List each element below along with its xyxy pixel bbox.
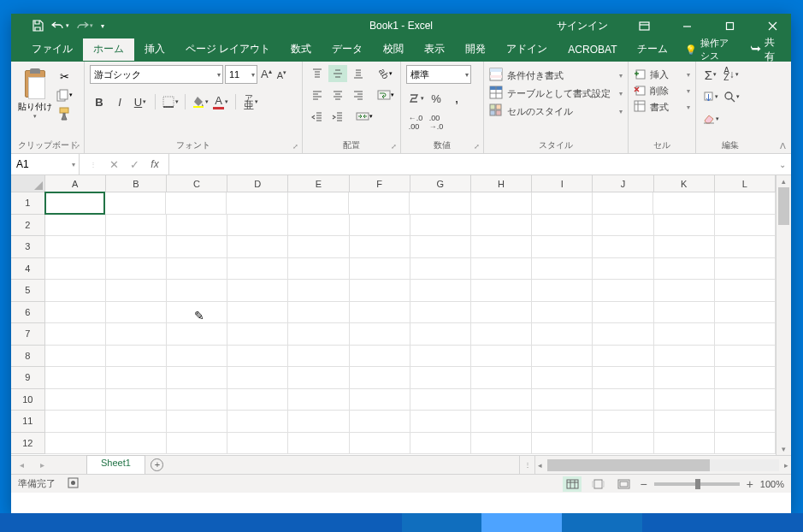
cell[interactable]: [349, 192, 410, 215]
col-header[interactable]: E: [288, 175, 349, 192]
zoom-level[interactable]: 100%: [760, 479, 784, 489]
format-painter-button[interactable]: [56, 106, 73, 121]
tab-data[interactable]: データ: [322, 38, 373, 61]
cell[interactable]: [654, 411, 715, 433]
cut-button[interactable]: ✂: [56, 68, 73, 84]
cell[interactable]: [288, 367, 349, 389]
row-header[interactable]: 9: [11, 367, 45, 389]
tab-review[interactable]: 校閲: [373, 38, 414, 61]
cell[interactable]: [167, 389, 227, 411]
tab-file[interactable]: ファイル: [21, 38, 83, 61]
cell[interactable]: [288, 433, 349, 455]
cell[interactable]: [288, 215, 349, 237]
phonetic-button[interactable]: ア亜▾: [241, 92, 260, 111]
cell[interactable]: [167, 433, 227, 455]
clipboard-launcher[interactable]: ⤢: [74, 143, 80, 151]
autosum-button[interactable]: Σ▾: [701, 65, 720, 84]
number-launcher[interactable]: ⤢: [474, 143, 480, 151]
cell[interactable]: [593, 367, 653, 389]
percent-button[interactable]: %: [427, 89, 446, 108]
cell[interactable]: [227, 323, 288, 346]
row-header[interactable]: 2: [11, 215, 45, 237]
font-size-combo[interactable]: 11▾: [225, 65, 257, 84]
tab-home[interactable]: ホーム: [83, 38, 134, 61]
tab-insert[interactable]: 挿入: [134, 38, 175, 61]
maximize-button[interactable]: [711, 14, 748, 38]
tab-formulas[interactable]: 数式: [280, 38, 322, 61]
close-button[interactable]: [753, 14, 791, 38]
cell[interactable]: [532, 192, 593, 215]
cell[interactable]: [288, 302, 349, 324]
conditional-formatting-button[interactable]: 条件付き書式▾: [489, 68, 623, 83]
zoom-out-button[interactable]: −: [640, 477, 647, 491]
cell[interactable]: [45, 367, 106, 389]
cell[interactable]: [715, 215, 776, 237]
tab-view[interactable]: 表示: [414, 38, 455, 61]
sheet-tab[interactable]: Sheet1: [86, 455, 145, 474]
cell[interactable]: [45, 280, 106, 302]
col-header[interactable]: J: [593, 175, 653, 192]
cell[interactable]: [471, 192, 532, 215]
cell[interactable]: [532, 215, 593, 237]
cell[interactable]: [654, 236, 715, 258]
cell[interactable]: [166, 192, 227, 215]
formula-input[interactable]: [169, 154, 774, 174]
cell[interactable]: [654, 323, 715, 346]
cell[interactable]: [106, 433, 167, 455]
decrease-indent-button[interactable]: [308, 108, 327, 125]
cell[interactable]: [471, 323, 532, 346]
cell[interactable]: [45, 411, 106, 433]
cell[interactable]: [350, 367, 410, 389]
cell[interactable]: [410, 323, 471, 346]
row-header[interactable]: 5: [11, 280, 45, 302]
cell[interactable]: [350, 323, 410, 346]
underline-button[interactable]: U▾: [131, 92, 150, 111]
delete-cells-button[interactable]: 削除▾: [634, 84, 690, 98]
cell[interactable]: [471, 215, 532, 237]
cell[interactable]: [410, 215, 471, 237]
signin-button[interactable]: サインイン: [545, 19, 620, 33]
cell[interactable]: [350, 258, 410, 281]
cell[interactable]: [227, 302, 288, 324]
cell[interactable]: [715, 192, 776, 215]
cell[interactable]: [410, 302, 471, 324]
cell[interactable]: [45, 433, 106, 455]
align-top-button[interactable]: [308, 65, 327, 82]
macro-record-icon[interactable]: [68, 477, 79, 490]
minimize-button[interactable]: [668, 14, 706, 38]
cell[interactable]: [106, 258, 167, 281]
cell[interactable]: [654, 280, 715, 302]
cell[interactable]: [471, 302, 532, 324]
cell[interactable]: [532, 411, 593, 433]
col-header[interactable]: L: [715, 175, 776, 192]
tab-developer[interactable]: 開発: [455, 38, 496, 61]
cell[interactable]: [227, 215, 288, 237]
cell[interactable]: [471, 258, 532, 281]
cell[interactable]: [593, 346, 653, 368]
cell[interactable]: [105, 192, 166, 215]
cell[interactable]: [654, 346, 715, 368]
cell[interactable]: [106, 346, 167, 368]
cell[interactable]: [106, 215, 167, 237]
cell[interactable]: [350, 346, 410, 368]
cell[interactable]: [654, 258, 715, 281]
cell[interactable]: [45, 389, 106, 411]
cell[interactable]: [227, 346, 288, 368]
cell[interactable]: [410, 280, 471, 302]
tab-acrobat[interactable]: ACROBAT: [558, 40, 627, 60]
cell[interactable]: [471, 367, 532, 389]
save-button[interactable]: [27, 15, 49, 36]
increase-indent-button[interactable]: [328, 108, 347, 125]
cell[interactable]: [227, 389, 288, 411]
cell[interactable]: [167, 236, 227, 258]
find-select-button[interactable]: ▾: [722, 87, 741, 106]
row-header[interactable]: 11: [11, 411, 45, 433]
cell[interactable]: [410, 192, 470, 215]
fbar-dropdown[interactable]: ⋮: [83, 161, 103, 168]
cell[interactable]: [45, 236, 106, 258]
row-header[interactable]: 3: [11, 236, 45, 258]
undo-button[interactable]: ▾: [49, 15, 71, 36]
row-header[interactable]: 1: [11, 192, 45, 215]
cell[interactable]: [593, 280, 653, 302]
cell[interactable]: [715, 389, 776, 411]
